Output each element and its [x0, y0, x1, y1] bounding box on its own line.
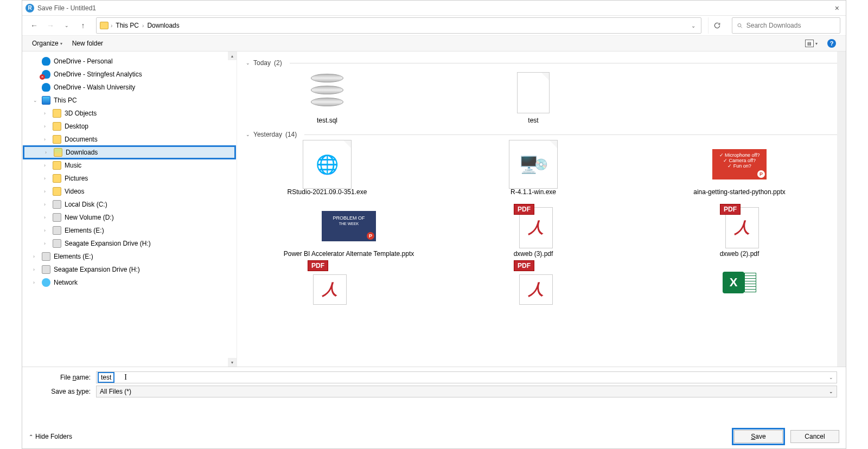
organize-menu[interactable]: Organize ▾ — [29, 38, 66, 49]
window-title: Save File - Untitled1 — [37, 4, 96, 12]
svg-line-1 — [741, 26, 742, 27]
folder-icon — [53, 135, 61, 144]
file-name: dxweb (2).pdf — [720, 250, 760, 258]
filename-input[interactable]: test I ⌄ — [96, 371, 837, 383]
file-item[interactable]: PROBLEM OF THE WEEK P Power BI Accelerat… — [278, 204, 419, 258]
sidebar-item-label: Videos — [65, 188, 84, 195]
search-input[interactable] — [746, 22, 835, 29]
new-folder-label: New folder — [72, 40, 103, 47]
close-icon[interactable]: × — [832, 4, 843, 12]
chevron-icon: › — [44, 124, 49, 129]
search-icon — [737, 22, 743, 29]
sidebar-item-elements-e-[interactable]: ›Elements (E:) — [22, 250, 237, 263]
navbar: ← → ⌄ ↑ › This PC › Downloads ⌄ — [22, 16, 846, 35]
sidebar-item-label: Downloads — [66, 149, 98, 156]
search-box[interactable] — [732, 17, 840, 34]
sidebar-item-videos[interactable]: ›Videos — [22, 185, 237, 198]
sidebar-item-desktop[interactable]: ›Desktop — [22, 120, 237, 133]
chevron-down-icon: ▾ — [60, 41, 62, 46]
file-item[interactable]: 🌐 RStudio-2021.09.0-351.exe — [278, 143, 376, 196]
file-name: RStudio-2021.09.0-351.exe — [288, 188, 367, 196]
folder-icon — [100, 22, 108, 29]
lower-panel: File name: test I ⌄ Save as type: All Fi… — [22, 367, 846, 403]
file-grid-yesterday-2: PROBLEM OF THE WEEK P Power BI Accelerat… — [246, 204, 837, 258]
file-item[interactable]: 人PDF dxweb (2).pdf — [691, 204, 788, 258]
sidebar-item-label: Seagate Expansion Drive (H:) — [65, 240, 151, 247]
sidebar-item-downloads[interactable]: ›Downloads — [23, 146, 235, 159]
sidebar-item-label: Documents — [65, 136, 98, 143]
installer-icon: 🖥️💿 — [506, 143, 560, 186]
sidebar-item-documents[interactable]: ›Documents — [22, 133, 237, 146]
scroll-down-icon[interactable]: ▾ — [228, 358, 237, 367]
sidebar-item-pictures[interactable]: ›Pictures — [22, 172, 237, 185]
savetype-dropdown[interactable]: All Files (*) ⌄ — [96, 386, 837, 397]
folder-icon — [53, 174, 61, 183]
drive-icon — [53, 239, 61, 248]
addr-dropdown-icon[interactable]: ⌄ — [691, 23, 695, 29]
sidebar-item-onedrive-personal[interactable]: OneDrive - Personal — [22, 55, 237, 68]
help-button[interactable]: ? — [824, 37, 839, 49]
savetype-value: All Files (*) — [100, 388, 131, 395]
view-button[interactable]: ▤▾ — [802, 38, 821, 49]
file-name: R-4.1.1-win.exe — [510, 188, 556, 196]
filename-value: test — [98, 372, 114, 383]
recent-dropdown[interactable]: ⌄ — [60, 19, 73, 32]
file-item[interactable]: 人PDF dxweb (3).pdf — [484, 204, 582, 258]
filename-row: File name: test I ⌄ — [31, 371, 837, 383]
file-item[interactable]: ✓ Microphone off? ✓ Camera off? ✓ Fun on… — [691, 143, 788, 196]
drive-icon — [53, 213, 61, 222]
cancel-button[interactable]: Cancel — [790, 430, 839, 443]
hide-folders-button[interactable]: ⌃ Hide Folders — [29, 433, 72, 440]
sidebar-item-onedrive-stringfest-analytics[interactable]: OneDrive - Stringfest Analytics — [22, 68, 237, 81]
pptx-icon: PROBLEM OF THE WEEK P — [322, 204, 376, 248]
scroll-up-icon[interactable]: ▴ — [228, 52, 237, 60]
pc-icon — [42, 96, 50, 105]
slide-text: PROBLEM OF — [333, 215, 365, 221]
sidebar-item-seagate-expansion-drive-h-[interactable]: ›Seagate Expansion Drive (H:) — [22, 237, 237, 250]
sidebar-item-3d-objects[interactable]: ›3D Objects — [22, 107, 237, 120]
group-yesterday[interactable]: ⌄ Yesterday (14) — [246, 131, 837, 138]
file-item[interactable]: test — [484, 71, 582, 124]
file-grid-yesterday-3: 人PDF 人PDF X — [246, 266, 837, 299]
folder-icon — [53, 109, 61, 118]
chevron-icon: › — [33, 267, 39, 272]
refresh-button[interactable] — [708, 17, 725, 34]
net-icon — [42, 278, 50, 287]
chevron-icon: › — [44, 202, 49, 207]
file-item[interactable]: 人PDF — [484, 266, 582, 299]
sidebar-item-label: OneDrive - Walsh University — [54, 84, 135, 91]
group-yesterday-label: Yesterday — [253, 131, 282, 138]
sidebar-item-this-pc[interactable]: ⌄This PC — [22, 94, 237, 107]
file-item[interactable]: 人PDF — [278, 266, 376, 299]
sidebar-item-elements-e-[interactable]: ›Elements (E:) — [22, 224, 237, 237]
chevron-down-icon: ⌄ — [829, 389, 833, 394]
chevron-down-icon[interactable]: ⌄ — [827, 375, 835, 380]
sidebar-item-onedrive-walsh-university[interactable]: OneDrive - Walsh University — [22, 81, 237, 94]
file-name: test.sql — [317, 117, 337, 124]
drive-icon — [53, 226, 61, 235]
group-today[interactable]: ⌄ Today (2) — [246, 59, 837, 67]
rstudio-icon: R — [25, 4, 34, 12]
scrollbar[interactable] — [837, 52, 846, 367]
address-bar[interactable]: › This PC › Downloads ⌄ — [96, 17, 701, 34]
hide-folders-label: Hide Folders — [35, 433, 72, 440]
back-button[interactable]: ← — [28, 19, 41, 32]
up-button[interactable]: ↑ — [76, 19, 90, 32]
text-cursor-icon: I — [124, 373, 127, 382]
sidebar-item-local-disk-c-[interactable]: ›Local Disk (C:) — [22, 198, 237, 211]
file-item[interactable]: test.sql — [278, 71, 376, 124]
sidebar-item-new-volume-d-[interactable]: ›New Volume (D:) — [22, 211, 237, 224]
sidebar-item-network[interactable]: ›Network — [22, 276, 237, 289]
new-folder-button[interactable]: New folder — [69, 38, 106, 49]
forward-button[interactable]: → — [44, 19, 57, 32]
chevron-right-icon: › — [142, 23, 144, 29]
sidebar-item-seagate-expansion-drive-h-[interactable]: ›Seagate Expansion Drive (H:) — [22, 263, 237, 276]
save-button[interactable]: Save — [734, 430, 783, 443]
file-item[interactable]: X — [691, 266, 788, 299]
pdf-icon: 人PDF — [300, 266, 354, 299]
powerpoint-badge-icon: P — [757, 170, 765, 178]
breadcrumb-downloads[interactable]: Downloads — [146, 22, 180, 29]
breadcrumb-this-pc[interactable]: This PC — [114, 22, 140, 29]
file-item[interactable]: 🖥️💿 R-4.1.1-win.exe — [484, 143, 582, 196]
sidebar-item-music[interactable]: ›Music — [22, 159, 237, 172]
